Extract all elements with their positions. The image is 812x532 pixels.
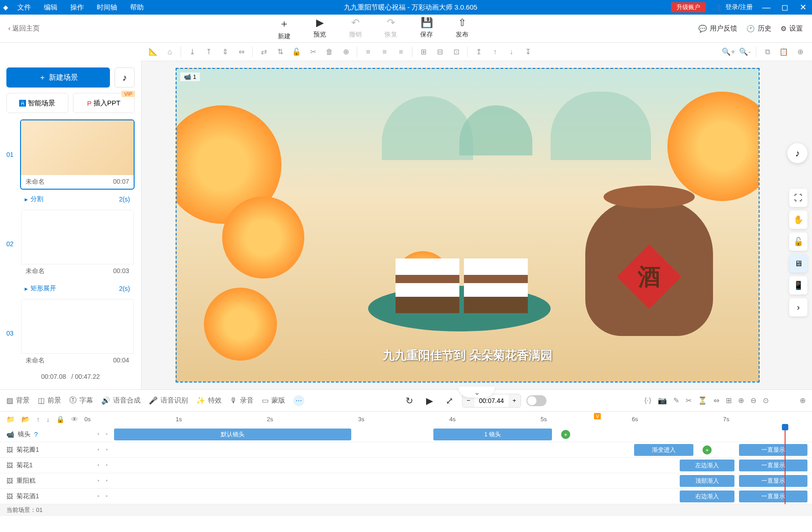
- tab-mask[interactable]: ▭蒙版: [262, 396, 285, 405]
- scene-card-3[interactable]: 未命名 00:04: [20, 298, 135, 368]
- up-icon[interactable]: ↑: [36, 415, 40, 423]
- minimize-button[interactable]: —: [757, 0, 776, 15]
- help-icon[interactable]: ?: [34, 431, 38, 438]
- clip-top-in[interactable]: 顶部渐入: [680, 475, 734, 487]
- maximize-button[interactable]: ◻: [776, 0, 794, 15]
- tab-subtitle[interactable]: Ⓣ字幕: [69, 396, 93, 405]
- tab-tts[interactable]: 🔊语音合成: [101, 396, 141, 405]
- timeline-track[interactable]: 渐变进入 + 一直显示: [114, 442, 812, 457]
- clip-keep-show[interactable]: 一直显示: [739, 460, 807, 471]
- distribute-h-icon[interactable]: ⊞: [416, 45, 431, 59]
- flip-h-icon[interactable]: ⇄: [256, 45, 271, 59]
- clip-keep-show[interactable]: 一直显示: [739, 491, 807, 502]
- folder-icon[interactable]: 📁: [6, 415, 15, 424]
- save-button[interactable]: 💾 保存: [420, 17, 433, 41]
- play-button[interactable]: ▶: [422, 393, 437, 408]
- music-button[interactable]: ♪: [115, 67, 135, 88]
- canvas[interactable]: 📹 1 酒 九九重阳佳节到 朵朵菊花香满园: [176, 68, 760, 382]
- align-h-icon[interactable]: ⇔: [234, 45, 249, 59]
- zoom-in-icon[interactable]: 🔍+: [721, 45, 736, 59]
- menu-timeline[interactable]: 时间轴: [90, 0, 124, 15]
- ai-scene-button[interactable]: 🅰 智能场景: [6, 93, 68, 113]
- tab-record[interactable]: 🎙录音: [230, 396, 254, 405]
- history-button[interactable]: 🕐 历史: [746, 24, 771, 33]
- expand-button[interactable]: ⤢: [442, 393, 457, 408]
- arrows-icon[interactable]: ⇔: [713, 396, 719, 405]
- align-bottom-icon[interactable]: ⤓: [185, 45, 199, 59]
- lock-icon[interactable]: 🔓: [789, 232, 807, 251]
- upgrade-button[interactable]: 升级账户: [671, 2, 706, 12]
- down-icon[interactable]: ↓: [47, 415, 50, 423]
- home-icon[interactable]: ⌂: [162, 45, 177, 59]
- ruler-icon[interactable]: 📐: [146, 45, 161, 59]
- lock-icon[interactable]: 🔓: [289, 45, 304, 59]
- redo-button[interactable]: ↷ 恢复: [385, 17, 397, 41]
- tab-foreground[interactable]: ◫前景: [38, 396, 61, 405]
- chevron-right-icon[interactable]: ›: [789, 298, 807, 316]
- paste-icon[interactable]: 📋: [776, 45, 791, 59]
- flip-v-icon[interactable]: ⇅: [273, 45, 287, 59]
- align-right-icon[interactable]: ≡: [394, 45, 408, 59]
- desktop-icon[interactable]: 🖥: [789, 254, 807, 273]
- new-scene-button[interactable]: ＋ 新建场景: [6, 67, 110, 88]
- time-plus-button[interactable]: +: [509, 394, 521, 407]
- menu-file[interactable]: 文件: [11, 0, 37, 15]
- backward-icon[interactable]: ↓: [504, 45, 519, 59]
- insert-ppt-button[interactable]: P 插入PPT VIP: [73, 93, 135, 113]
- fullscreen-icon[interactable]: ⛶: [789, 189, 807, 207]
- grid-icon[interactable]: ⊞: [726, 396, 732, 405]
- close-button[interactable]: ✕: [794, 0, 812, 15]
- align-top-icon[interactable]: ⤒: [201, 45, 216, 59]
- publish-button[interactable]: ⇧ 发布: [456, 17, 468, 41]
- align-center-icon[interactable]: ≡: [377, 45, 392, 59]
- clip-camera-1[interactable]: 1 镜头: [433, 429, 552, 440]
- feedback-button[interactable]: 💬 用户反馈: [698, 24, 737, 33]
- clip-fade-in[interactable]: 渐变进入: [634, 444, 693, 456]
- eye-icon[interactable]: 👁: [71, 415, 78, 423]
- mobile-icon[interactable]: 📱: [789, 276, 807, 294]
- timeline-ruler[interactable]: 0s 1s 2s 3s 4s 5s 6s 7s: [84, 412, 806, 427]
- zoom-in-icon[interactable]: ⊕: [738, 396, 744, 405]
- new-button[interactable]: ＋ 新建: [278, 17, 291, 41]
- undo-button[interactable]: ↶ 撤销: [349, 17, 362, 41]
- duplicate-icon[interactable]: ⊕: [793, 45, 807, 59]
- clip-default-camera[interactable]: 默认镜头: [114, 429, 351, 440]
- back-icon[interactable]: ↧: [521, 45, 535, 59]
- lock-icon[interactable]: 🔒: [56, 415, 65, 424]
- timeline-track[interactable]: 默认镜头 1 镜头 + V: [114, 427, 812, 442]
- music-float-button[interactable]: ♪: [787, 143, 807, 163]
- align-left-icon[interactable]: ≡: [361, 45, 375, 59]
- login-button[interactable]: 👤 登录/注册: [710, 3, 757, 11]
- clip-keep-show[interactable]: 一直显示: [739, 475, 807, 487]
- timeline-track[interactable]: 右边渐入 一直显示: [114, 489, 812, 504]
- crop-icon[interactable]: ✂: [686, 396, 692, 405]
- add-icon[interactable]: ⊕: [800, 396, 806, 405]
- add-marker[interactable]: +: [561, 430, 570, 439]
- fit-icon[interactable]: ⊙: [763, 396, 769, 405]
- camera-icon[interactable]: 📷: [658, 396, 667, 405]
- target-icon[interactable]: ⊕: [338, 45, 353, 59]
- front-icon[interactable]: ↥: [471, 45, 486, 59]
- timeline-track[interactable]: 顶部渐入 一直显示: [114, 473, 812, 488]
- rewind-button[interactable]: ↻: [402, 393, 416, 408]
- filter-icon[interactable]: ⏳: [698, 396, 707, 405]
- edit-icon[interactable]: ✎: [673, 396, 679, 405]
- preview-button[interactable]: ▶ 预览: [313, 17, 326, 41]
- menu-edit[interactable]: 编辑: [37, 0, 64, 15]
- zoom-out-icon[interactable]: ⊖: [750, 396, 756, 405]
- bracket-left-icon[interactable]: ⟨·⟩: [644, 396, 651, 405]
- hand-icon[interactable]: ✋: [789, 211, 807, 229]
- delete-icon[interactable]: 🗑: [322, 45, 337, 59]
- more-button[interactable]: ⋯: [293, 395, 304, 406]
- crop-icon[interactable]: ✂: [306, 45, 320, 59]
- transition-1[interactable]: ▸ 分割 2(s): [20, 192, 135, 206]
- align-v-icon[interactable]: ⇕: [218, 45, 232, 59]
- distribute-v-icon[interactable]: ⊟: [432, 45, 447, 59]
- scene-card-1[interactable]: 未命名 00:07: [20, 119, 135, 190]
- zoom-out-icon[interactable]: 🔍-: [738, 45, 752, 59]
- clip-keep-show[interactable]: 一直显示: [739, 444, 807, 456]
- transition-2[interactable]: ▸ 矩形展开 2(s): [20, 282, 135, 295]
- settings-button[interactable]: ⚙ 设置: [781, 24, 803, 33]
- tab-background[interactable]: ▨背景: [6, 396, 30, 405]
- group-icon[interactable]: ⊡: [449, 45, 463, 59]
